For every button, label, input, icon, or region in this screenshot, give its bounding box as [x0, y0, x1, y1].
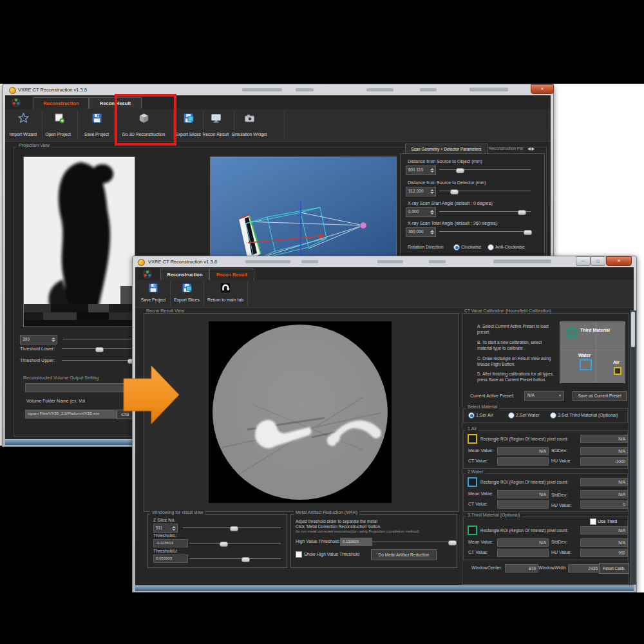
param-total-angle-label: X-ray Scan Total Angle (default : 360 de… [408, 221, 498, 226]
z-slice-label: Z Slice No. [153, 518, 175, 523]
close-button[interactable]: ✕ [531, 84, 554, 94]
calibration-step-d: D. After finishing calibrations for all … [477, 371, 558, 383]
projection-slice-spinner[interactable]: 399 [20, 335, 57, 345]
set-water-label: 2.Set Water [516, 413, 540, 418]
z-slice-slider[interactable] [183, 525, 281, 531]
param-total-angle-spinner[interactable]: 360.000 [406, 227, 436, 237]
param-start-angle-slider[interactable] [439, 209, 531, 214]
window-center-field[interactable]: 879 [505, 564, 538, 573]
ghost-icons [469, 88, 508, 91]
param-source-detector-slider[interactable] [439, 188, 531, 194]
volume-output-field[interactable] [25, 383, 135, 392]
scrollbar-thumb[interactable] [631, 312, 635, 347]
threshold-l-slider[interactable] [189, 540, 281, 546]
threshold-u-slider[interactable] [189, 556, 281, 562]
third-stddev-field: N/A [580, 538, 628, 547]
param-source-object-slider[interactable] [439, 167, 531, 173]
projection-slice-slider[interactable] [62, 336, 131, 342]
platform-exe-path-field[interactable]: ogram Files/VX3D_2.0/PlatformVX3D.exe [25, 410, 119, 419]
window-width-field[interactable]: 2435 [568, 564, 600, 573]
minimize-button[interactable]: — [576, 256, 591, 266]
recon-result-button[interactable]: Recon Result [203, 132, 229, 137]
ct-slice-render [209, 321, 392, 503]
window-width-label: WindowWidth [538, 565, 566, 571]
water-hu-field[interactable]: 0 [580, 500, 628, 509]
third-hu-field[interactable]: 990 [580, 549, 628, 557]
front-window-titlebar[interactable]: VXRE CT Reconstruction v1.3.8 — ▢ ✕ [133, 256, 636, 267]
threshold-lower-slider[interactable] [62, 346, 131, 352]
save-project-button[interactable]: Save Project [141, 298, 166, 302]
reset-calibration-button[interactable]: Reset Calib. [599, 563, 629, 574]
third-ct-field[interactable] [497, 549, 549, 557]
set-water-radio[interactable] [508, 412, 515, 419]
legend-gridline [560, 350, 625, 350]
use-third-label: Use Third [598, 519, 617, 524]
save-as-current-preset-button[interactable]: Save as Current Preset [573, 391, 627, 401]
legend-air-label: Air [613, 360, 620, 365]
set-third-material-radio[interactable] [550, 412, 556, 419]
app-logo-icon [143, 270, 152, 279]
recon-result-view-label: Recon Result View [144, 308, 186, 313]
threshold-l-field[interactable]: -0.025619 [153, 539, 188, 547]
third-material-group-label: 3.Third Material (Optional) [466, 513, 522, 517]
back-window-title: VXRE CT Reconstruction v1.3.8 [18, 87, 87, 93]
ghost-text [420, 88, 437, 91]
ct-slice-image[interactable] [209, 321, 392, 503]
back-tab-reconstruction[interactable]: Reconstruction [33, 97, 89, 109]
tab-scroll-arrows[interactable]: ◀ ▶ [527, 147, 535, 151]
rotation-anticlockwise-label: Anti-Clockwise [495, 245, 525, 250]
high-value-threshold-slider[interactable] [372, 539, 452, 545]
water-ct-label: CT Value: [468, 502, 488, 507]
close-button[interactable]: ✕ [606, 256, 632, 266]
front-tab-reconstruction[interactable]: Reconstruction [160, 269, 209, 280]
param-start-angle-label: X-ray Scan Start Angle (default : 0 degr… [408, 201, 493, 206]
export-slices-button[interactable]: Export Slices [174, 298, 200, 302]
save-project-icon [91, 113, 102, 124]
set-air-label: 1.Set Air [476, 413, 493, 418]
set-air-radio[interactable] [468, 412, 475, 419]
param-source-detector-spinner[interactable]: 912.000 [406, 187, 436, 196]
z-slice-spinner[interactable]: 511 [153, 524, 178, 533]
recon-result-icon [211, 113, 222, 124]
calibration-scrollbar[interactable] [630, 310, 636, 585]
water-ct-field[interactable] [497, 500, 549, 509]
third-stddev-label: StdDev: [551, 540, 567, 545]
air-mean-field: N/A [497, 447, 549, 455]
high-value-threshold-label: High Value Threshold: [296, 539, 340, 544]
front-tab-recon-result[interactable]: Recon Result [209, 269, 254, 280]
high-value-threshold-field[interactable]: 0.130605 [340, 538, 372, 546]
projection-view-label: Projection View [17, 143, 52, 147]
air-ct-field[interactable] [497, 457, 549, 466]
param-source-object-spinner[interactable]: 601.110 [406, 166, 436, 175]
import-wizard-button[interactable]: Import Wizard [10, 132, 37, 137]
save-project-button[interactable]: Save Project [84, 132, 109, 137]
xray-projection-image [24, 157, 135, 327]
air-marker [614, 367, 621, 375]
threshold-u-field[interactable]: 0.059303 [153, 554, 188, 563]
rotation-anticlockwise-radio[interactable] [488, 244, 494, 251]
do-metal-artifact-reduction-button[interactable]: Do Metal Artifact Reduction [371, 549, 437, 560]
back-window-titlebar[interactable]: VXRE CT Reconstruction v1.3.8 ✕ [3, 84, 553, 95]
ghost-text [301, 260, 318, 263]
air-hu-field[interactable]: -1000 [580, 457, 628, 466]
front-toolbar [135, 280, 634, 308]
window-center-label: WindowCenter: [471, 565, 502, 571]
params-tab-scan-geometry[interactable]: Scan Geometry + Detector Parameters [405, 144, 488, 154]
chevron-down-icon: ▼ [558, 392, 562, 399]
maximize-button[interactable]: ▢ [591, 256, 605, 266]
export-slices-button[interactable]: Export Slices [175, 132, 201, 137]
simulation-widget-button[interactable]: Simulation Widget [232, 132, 267, 137]
projection-image-panel[interactable] [23, 156, 135, 327]
toolbar-separator [284, 110, 285, 140]
third-ct-label: CT Value: [468, 550, 488, 555]
param-total-angle-slider[interactable] [439, 229, 531, 234]
show-high-value-threshold-checkbox[interactable] [296, 551, 302, 558]
param-start-angle-spinner[interactable]: 0.000 [406, 207, 436, 217]
rotation-clockwise-radio[interactable] [453, 244, 460, 251]
return-to-main-tab-button[interactable]: Return to main tab [207, 298, 243, 302]
open-project-button[interactable]: Open Project [45, 132, 71, 137]
current-active-preset-dropdown[interactable]: N/A▼ [524, 391, 564, 401]
use-third-checkbox[interactable] [590, 518, 596, 525]
params-tab-reconstruction[interactable]: Reconstruction Par [489, 147, 526, 151]
mar-instruction-line1: Adjust threshold slider to separate the … [296, 519, 377, 524]
